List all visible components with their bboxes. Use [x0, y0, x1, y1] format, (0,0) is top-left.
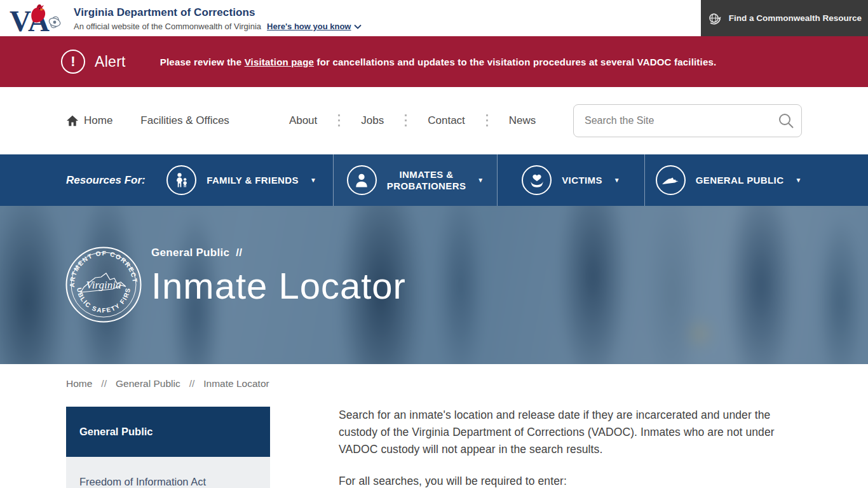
page: V A Virginia Department of Corrections A…: [0, 0, 868, 488]
hero-category-link[interactable]: General Public //: [151, 247, 406, 259]
breadcrumb-general-public[interactable]: General Public: [116, 378, 180, 390]
dogwood-flower-icon: [48, 15, 61, 29]
find-commonwealth-resource-button[interactable]: Find a Commonwealth Resource: [701, 0, 868, 36]
chevron-down-icon: [354, 24, 362, 29]
hero-banner: DEPARTMENT OF CORRECTIONS PUBLIC SAFETY …: [0, 206, 868, 364]
caret-down-icon: ▼: [477, 177, 484, 184]
resources-inmates-probationers[interactable]: INMATES & PROBATIONERS ▼: [333, 154, 497, 206]
resources-family-friends[interactable]: FAMILY & FRIENDS ▼: [150, 154, 333, 206]
site-header: V A Virginia Department of Corrections A…: [0, 0, 868, 36]
nav-facilities-offices[interactable]: Facilities & Offices: [140, 114, 229, 127]
search-requirements-lead: For all searches, you will be required t…: [339, 473, 796, 488]
inmate-icon: [347, 165, 377, 195]
breadcrumb-home[interactable]: Home: [66, 378, 92, 390]
nav-jobs[interactable]: Jobs: [361, 114, 384, 127]
nav-divider: [405, 114, 407, 127]
resources-for-label: Resources For:: [66, 154, 150, 206]
caret-down-icon: ▼: [310, 177, 316, 184]
family-icon: [166, 165, 196, 195]
vadoc-logo[interactable]: V A: [9, 1, 67, 36]
alert-message: Please review the Visitation page for ca…: [160, 57, 717, 67]
alert-banner: ! Alert Please review the Visitation pag…: [0, 36, 868, 87]
heres-how-you-know-link[interactable]: Here's how you know: [267, 22, 362, 31]
seal-script-text: Virginia: [86, 279, 121, 291]
search-input[interactable]: [573, 104, 802, 137]
globe-icon: [707, 11, 722, 26]
breadcrumb: Home // General Public // Inmate Locator: [66, 378, 868, 390]
resources-for-bar: Resources For: FAMILY & FRIENDS ▼: [0, 154, 868, 206]
caret-down-icon: ▼: [795, 177, 801, 184]
main-content: Search for an inmate's location and rele…: [339, 407, 796, 488]
search-icon: [778, 112, 794, 129]
intro-paragraph: Search for an inmate's location and rele…: [339, 407, 796, 458]
alert-exclamation-icon: !: [61, 50, 85, 74]
sidebar-item-foia[interactable]: Freedom of Information Act: [66, 457, 270, 488]
vadoc-seal: DEPARTMENT OF CORRECTIONS PUBLIC SAFETY …: [65, 247, 142, 323]
nav-divider: [486, 114, 488, 127]
nav-divider: [338, 114, 340, 127]
sidebar-item-general-public[interactable]: General Public: [66, 407, 270, 457]
nav-contact[interactable]: Contact: [428, 114, 465, 127]
victim-hands-heart-icon: [522, 165, 552, 195]
official-website-text: An official website of the Commonwealth …: [74, 22, 261, 31]
nav-about[interactable]: About: [289, 114, 317, 127]
resource-link-label: Find a Commonwealth Resource: [729, 13, 862, 23]
vadoc-logo-graphic: V A: [9, 1, 67, 36]
virginia-state-icon: [656, 165, 686, 195]
home-icon: [66, 115, 79, 126]
search-button[interactable]: [778, 112, 794, 129]
caret-down-icon: ▼: [614, 177, 620, 184]
nav-home[interactable]: Home: [66, 114, 112, 127]
resources-victims[interactable]: VICTIMS ▼: [497, 154, 644, 206]
page-title: Inmate Locator: [151, 264, 406, 307]
section-sidebar: General Public Freedom of Information Ac…: [66, 407, 270, 488]
visitation-page-link[interactable]: Visitation page: [245, 57, 314, 67]
brand-block: Virginia Department of Corrections An of…: [74, 5, 362, 31]
nav-news[interactable]: News: [509, 114, 536, 127]
primary-navigation: Home Facilities & Offices About Jobs Con…: [0, 87, 868, 154]
alert-label: Alert: [95, 53, 126, 71]
site-search: [573, 104, 802, 137]
breadcrumb-current: Inmate Locator: [203, 378, 269, 390]
resources-general-public[interactable]: GENERAL PUBLIC ▼: [644, 154, 812, 206]
site-title: Virginia Department of Corrections: [74, 6, 362, 19]
